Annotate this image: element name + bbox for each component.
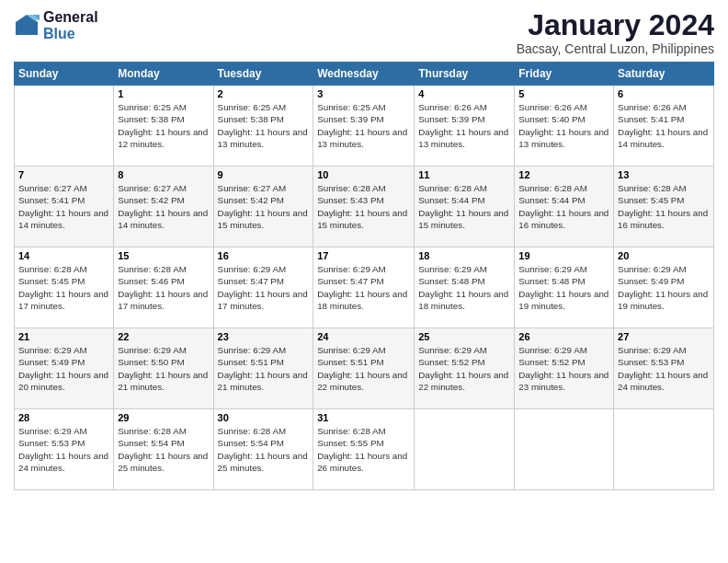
day-info: Sunrise: 6:29 AMSunset: 5:53 PMDaylight:… [18,425,109,474]
day-number: 9 [218,169,310,180]
calendar-cell [614,409,714,490]
day-number: 3 [317,88,410,99]
day-number: 23 [218,331,310,342]
calendar-cell: 3Sunrise: 6:25 AMSunset: 5:39 PMDaylight… [313,86,415,167]
day-header-friday: Friday [515,63,614,86]
calendar-header-row: SundayMondayTuesdayWednesdayThursdayFrid… [15,63,714,86]
calendar-cell: 17Sunrise: 6:29 AMSunset: 5:47 PMDayligh… [313,247,415,328]
calendar-cell: 26Sunrise: 6:29 AMSunset: 5:52 PMDayligh… [515,328,614,409]
calendar-cell: 12Sunrise: 6:28 AMSunset: 5:44 PMDayligh… [515,167,614,247]
day-info: Sunrise: 6:29 AMSunset: 5:52 PMDaylight:… [518,344,609,393]
calendar-cell: 20Sunrise: 6:29 AMSunset: 5:49 PMDayligh… [614,247,714,328]
calendar-cell: 23Sunrise: 6:29 AMSunset: 5:51 PMDayligh… [213,328,313,409]
calendar-week-row: 14Sunrise: 6:28 AMSunset: 5:45 PMDayligh… [15,247,714,328]
calendar-cell: 29Sunrise: 6:28 AMSunset: 5:54 PMDayligh… [114,409,213,490]
day-header-thursday: Thursday [415,63,515,86]
day-info: Sunrise: 6:29 AMSunset: 5:49 PMDaylight:… [18,344,109,393]
day-number: 13 [618,169,710,180]
day-info: Sunrise: 6:26 AMSunset: 5:41 PMDaylight:… [618,101,710,150]
day-info: Sunrise: 6:26 AMSunset: 5:39 PMDaylight:… [418,101,510,150]
day-info: Sunrise: 6:29 AMSunset: 5:47 PMDaylight:… [317,263,410,312]
day-number: 31 [317,412,410,423]
day-number: 24 [317,331,410,342]
day-number: 12 [518,169,609,180]
day-number: 27 [618,331,710,342]
day-number: 20 [618,250,710,261]
calendar-cell: 11Sunrise: 6:28 AMSunset: 5:44 PMDayligh… [415,167,515,247]
day-number: 7 [18,169,109,180]
calendar-cell: 31Sunrise: 6:28 AMSunset: 5:55 PMDayligh… [313,409,415,490]
calendar-cell: 18Sunrise: 6:29 AMSunset: 5:48 PMDayligh… [415,247,515,328]
calendar-cell [415,409,515,490]
calendar-cell: 27Sunrise: 6:29 AMSunset: 5:53 PMDayligh… [614,328,714,409]
calendar-week-row: 28Sunrise: 6:29 AMSunset: 5:53 PMDayligh… [15,409,714,490]
day-info: Sunrise: 6:29 AMSunset: 5:47 PMDaylight:… [218,263,310,312]
subtitle: Bacsay, Central Luzon, Philippines [517,41,714,56]
day-header-monday: Monday [114,63,213,86]
calendar-cell: 7Sunrise: 6:27 AMSunset: 5:41 PMDaylight… [15,167,114,247]
day-header-sunday: Sunday [15,63,114,86]
day-info: Sunrise: 6:27 AMSunset: 5:42 PMDaylight:… [118,182,209,231]
calendar-cell: 9Sunrise: 6:27 AMSunset: 5:42 PMDaylight… [213,167,313,247]
calendar-cell: 30Sunrise: 6:28 AMSunset: 5:54 PMDayligh… [213,409,313,490]
calendar-cell: 25Sunrise: 6:29 AMSunset: 5:52 PMDayligh… [415,328,515,409]
day-header-saturday: Saturday [614,63,714,86]
day-info: Sunrise: 6:29 AMSunset: 5:53 PMDaylight:… [618,344,710,393]
calendar-cell: 5Sunrise: 6:26 AMSunset: 5:40 PMDaylight… [515,86,614,167]
day-number: 2 [218,88,310,99]
day-info: Sunrise: 6:28 AMSunset: 5:45 PMDaylight:… [18,263,109,312]
day-number: 15 [118,250,209,261]
day-info: Sunrise: 6:28 AMSunset: 5:44 PMDaylight:… [518,182,609,231]
calendar-cell: 8Sunrise: 6:27 AMSunset: 5:42 PMDaylight… [114,167,213,247]
day-number: 14 [18,250,109,261]
day-number: 28 [18,412,109,423]
calendar-cell: 28Sunrise: 6:29 AMSunset: 5:53 PMDayligh… [15,409,114,490]
logo-text: General Blue [43,9,98,42]
day-number: 26 [518,331,609,342]
day-header-wednesday: Wednesday [313,63,415,86]
calendar-cell [15,86,114,167]
main-title: January 2024 [517,9,714,41]
calendar-cell: 16Sunrise: 6:29 AMSunset: 5:47 PMDayligh… [213,247,313,328]
day-info: Sunrise: 6:27 AMSunset: 5:42 PMDaylight:… [218,182,310,231]
calendar-cell: 2Sunrise: 6:25 AMSunset: 5:38 PMDaylight… [213,86,313,167]
day-number: 5 [518,88,609,99]
day-number: 22 [118,331,209,342]
calendar-cell: 15Sunrise: 6:28 AMSunset: 5:46 PMDayligh… [114,247,213,328]
day-number: 17 [317,250,410,261]
day-info: Sunrise: 6:29 AMSunset: 5:51 PMDaylight:… [317,344,410,393]
day-number: 30 [218,412,310,423]
calendar-cell: 24Sunrise: 6:29 AMSunset: 5:51 PMDayligh… [313,328,415,409]
calendar-cell: 10Sunrise: 6:28 AMSunset: 5:43 PMDayligh… [313,167,415,247]
calendar-cell: 21Sunrise: 6:29 AMSunset: 5:49 PMDayligh… [15,328,114,409]
day-info: Sunrise: 6:26 AMSunset: 5:40 PMDaylight:… [518,101,609,150]
day-info: Sunrise: 6:29 AMSunset: 5:52 PMDaylight:… [418,344,510,393]
day-number: 6 [618,88,710,99]
day-info: Sunrise: 6:25 AMSunset: 5:38 PMDaylight:… [118,101,209,150]
page-header: General Blue January 2024 Bacsay, Centra… [14,9,714,56]
day-info: Sunrise: 6:29 AMSunset: 5:49 PMDaylight:… [618,263,710,312]
day-number: 25 [418,331,510,342]
calendar-table: SundayMondayTuesdayWednesdayThursdayFrid… [14,62,714,490]
day-number: 19 [518,250,609,261]
calendar-cell: 19Sunrise: 6:29 AMSunset: 5:48 PMDayligh… [515,247,614,328]
day-number: 18 [418,250,510,261]
day-info: Sunrise: 6:28 AMSunset: 5:43 PMDaylight:… [317,182,410,231]
day-info: Sunrise: 6:29 AMSunset: 5:48 PMDaylight:… [518,263,609,312]
day-info: Sunrise: 6:25 AMSunset: 5:38 PMDaylight:… [218,101,310,150]
day-info: Sunrise: 6:29 AMSunset: 5:50 PMDaylight:… [118,344,209,393]
calendar-cell: 4Sunrise: 6:26 AMSunset: 5:39 PMDaylight… [415,86,515,167]
day-info: Sunrise: 6:28 AMSunset: 5:55 PMDaylight:… [317,425,410,474]
day-header-tuesday: Tuesday [213,63,313,86]
day-info: Sunrise: 6:27 AMSunset: 5:41 PMDaylight:… [18,182,109,231]
logo: General Blue [14,9,98,42]
calendar-cell: 1Sunrise: 6:25 AMSunset: 5:38 PMDaylight… [114,86,213,167]
day-info: Sunrise: 6:28 AMSunset: 5:54 PMDaylight:… [118,425,209,474]
calendar-cell: 22Sunrise: 6:29 AMSunset: 5:50 PMDayligh… [114,328,213,409]
day-info: Sunrise: 6:28 AMSunset: 5:45 PMDaylight:… [618,182,710,231]
day-number: 21 [18,331,109,342]
day-number: 10 [317,169,410,180]
day-info: Sunrise: 6:29 AMSunset: 5:51 PMDaylight:… [218,344,310,393]
day-info: Sunrise: 6:29 AMSunset: 5:48 PMDaylight:… [418,263,510,312]
day-info: Sunrise: 6:28 AMSunset: 5:44 PMDaylight:… [418,182,510,231]
